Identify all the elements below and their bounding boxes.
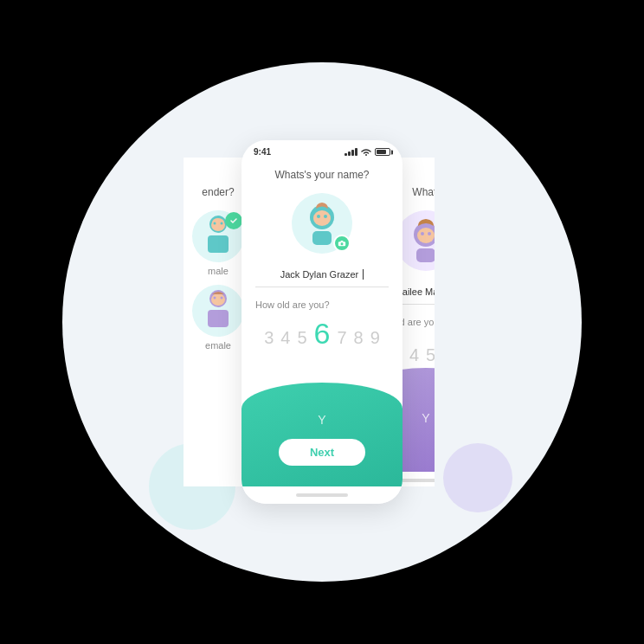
right-name: Bailee Madiso: [396, 287, 455, 297]
svg-point-17: [341, 242, 344, 245]
center-avatar-container: [292, 193, 352, 254]
svg-point-20: [421, 232, 424, 235]
center-signal-icon: [345, 148, 357, 156]
next-button[interactable]: Next: [279, 439, 365, 466]
right-battery-icon: [467, 165, 483, 173]
check-badge: [225, 212, 242, 229]
y-label: Y: [318, 413, 325, 427]
svg-point-5: [221, 222, 223, 224]
right-signal-icon: [452, 165, 465, 173]
svg-point-12: [313, 210, 331, 226]
phones-wrapper: 9:41 ender?: [62, 62, 582, 582]
svg-rect-10: [208, 310, 229, 327]
name-field-container[interactable]: Jack Dylan Grazer: [255, 266, 389, 287]
teal-wave: Y Next: [242, 383, 402, 486]
num-8: 8: [354, 328, 364, 348]
home-indicator: [242, 486, 402, 504]
main-circle: 9:41 ender?: [62, 62, 582, 582]
svg-point-8: [214, 296, 216, 299]
female-avatar-svg: [196, 287, 240, 335]
right-avatar: [396, 210, 456, 271]
svg-point-3: [211, 219, 225, 231]
female-label: emale: [205, 340, 231, 351]
name-input[interactable]: Jack Dylan Grazer: [280, 269, 358, 280]
camera-icon: [338, 239, 346, 248]
center-age-question: How old are you?: [255, 299, 330, 310]
right-question: What.: [412, 186, 439, 198]
svg-point-9: [221, 296, 223, 299]
svg-point-19: [417, 228, 435, 243]
center-status-time: 9:41: [254, 147, 271, 157]
center-phone-content: Whats's your name?: [242, 160, 402, 383]
cursor: [363, 269, 364, 280]
svg-rect-1: [208, 235, 229, 253]
center-phone: 9:41: [242, 140, 402, 504]
right-girl-svg: [402, 217, 450, 265]
male-label: male: [208, 266, 229, 276]
home-bar: [296, 493, 348, 497]
center-question: Whats's your name?: [274, 169, 369, 181]
wifi-icon: [360, 148, 372, 157]
center-battery-icon: [375, 148, 390, 156]
right-status-icons: [452, 165, 483, 173]
svg-point-7: [211, 293, 225, 306]
num-9: 9: [370, 328, 380, 348]
num-3: 3: [264, 328, 274, 348]
svg-point-4: [214, 222, 216, 224]
num-4: 4: [280, 328, 290, 348]
right-y-label: Y: [422, 411, 429, 425]
num-5: 5: [297, 328, 306, 348]
checkmark-icon: [229, 216, 238, 225]
left-question: ender?: [202, 186, 234, 198]
right-avatar-container: [396, 210, 456, 271]
camera-badge[interactable]: [333, 235, 351, 252]
svg-point-21: [428, 232, 431, 235]
right-home-bar: [400, 479, 452, 482]
svg-point-13: [317, 215, 320, 218]
age-number-scroll[interactable]: 3 4 5 6 7 8 9: [255, 317, 389, 351]
center-status-icons: [345, 148, 390, 157]
left-status-time: 9:41: [161, 164, 178, 174]
right-num-6-selected: 6: [442, 334, 459, 368]
center-phone-bottom: Y Next: [242, 383, 402, 504]
svg-rect-15: [312, 231, 332, 245]
svg-rect-22: [416, 248, 435, 262]
center-status-bar: 9:41: [242, 140, 402, 160]
svg-point-14: [324, 215, 327, 218]
right-num-4: 4: [409, 345, 419, 365]
right-num-5: 5: [426, 345, 435, 365]
male-avatar: [192, 210, 244, 262]
num-6-selected: 6: [314, 317, 331, 351]
num-7: 7: [337, 328, 346, 348]
female-avatar: [192, 285, 244, 337]
